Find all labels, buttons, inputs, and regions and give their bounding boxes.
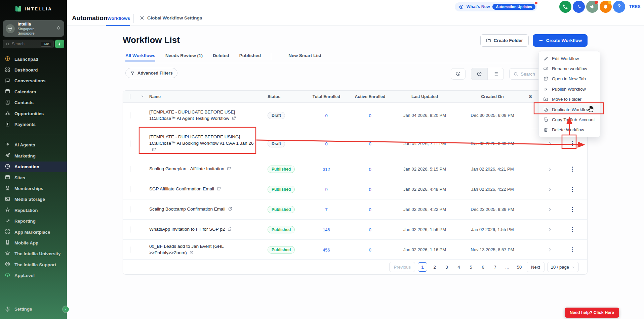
sidebar-item-the-intellia-university[interactable]: The Intellia University xyxy=(0,248,67,259)
menu-item-edit-workflow[interactable]: Edit Workflow xyxy=(539,53,600,63)
sidebar-item-settings[interactable]: Settings xyxy=(0,304,67,314)
row-expand-chevron[interactable] xyxy=(542,227,557,232)
workflow-name-cell[interactable]: Scaling Gameplan - Affiliate Invitation xyxy=(149,166,268,173)
page-number-5[interactable]: 5 xyxy=(466,262,476,272)
workflow-name-line[interactable]: 1CallClose™ AI Agent Testing Workflow xyxy=(149,115,268,122)
page-number-3[interactable]: 3 xyxy=(442,262,451,272)
sidebar-item-automation[interactable]: Automation xyxy=(0,162,67,172)
sidebar-item-marketing[interactable]: Marketing xyxy=(0,150,67,161)
page-number-4[interactable]: 4 xyxy=(454,262,464,272)
workflow-name-cell[interactable]: Scaling Bootcamp Confirmation Email xyxy=(149,206,268,213)
menu-item-move-to-folder[interactable]: Move to Folder xyxy=(539,94,600,104)
col-header-name[interactable]: Name xyxy=(149,94,268,99)
active-enrolled-value[interactable]: 0 xyxy=(369,247,371,253)
menu-item-rename-workflow[interactable]: Rename workflow xyxy=(539,63,600,74)
workflow-name-cell[interactable]: [TEMPLATE - DUPLICATE BEFORE USE]1CallCl… xyxy=(149,109,268,122)
select-all-checkbox[interactable] xyxy=(130,94,130,99)
workflow-name-line[interactable]: [TEMPLATE - DUPLICATE BEFORE USING] xyxy=(149,134,268,140)
workflow-name-cell[interactable]: 00_BF Leads add to Jan Event (GHL>>Pabbl… xyxy=(149,243,268,257)
total-enrolled-value[interactable]: 7 xyxy=(325,207,327,212)
sidebar-item-memberships[interactable]: Memberships xyxy=(0,183,67,194)
recent-view-toggle[interactable] xyxy=(471,68,487,80)
sidebar-item-app-marketplace[interactable]: App Marketplace xyxy=(0,227,67,237)
row-actions-kebab[interactable]: ⋮ xyxy=(557,140,587,147)
row-expand-chevron[interactable] xyxy=(542,141,557,146)
history-button[interactable] xyxy=(451,68,466,80)
row-expand-chevron[interactable] xyxy=(542,247,557,252)
row-actions-kebab[interactable]: ⋮ xyxy=(557,246,587,253)
workflow-name-line[interactable]: SGP Affiliate Confirmation Email xyxy=(149,186,268,193)
menu-item-delete-workflow[interactable]: Delete Workflow xyxy=(539,125,600,135)
open-workflow-icon[interactable] xyxy=(232,116,236,122)
create-folder-button[interactable]: Create Folder xyxy=(480,34,529,47)
next-page-button[interactable]: Next xyxy=(527,262,545,272)
total-enrolled-value[interactable]: 9 xyxy=(325,187,327,192)
row-checkbox[interactable] xyxy=(130,206,130,213)
open-workflow-icon[interactable] xyxy=(152,147,156,153)
user-label[interactable]: TRES xyxy=(629,4,641,9)
workflow-name-line[interactable]: >>Pabbly>>Zoom) xyxy=(149,249,268,257)
sidebar-item-calendars[interactable]: Calendars xyxy=(0,86,67,97)
sidebar-item-sites[interactable]: Sites xyxy=(0,172,67,183)
total-enrolled-value[interactable]: 312 xyxy=(323,167,330,172)
menu-item-copy-to-sub-account[interactable]: Copy To Sub-Account xyxy=(539,115,600,125)
workflow-name-line[interactable]: Scaling Bootcamp Confirmation Email xyxy=(149,206,268,213)
open-workflow-icon[interactable] xyxy=(227,227,232,233)
sidebar-item-ai-agents[interactable]: AI Agents xyxy=(0,140,67,150)
menu-item-open-in-new-tab[interactable]: Open in New Tab xyxy=(539,74,600,84)
tab-workflows[interactable]: Workflows xyxy=(107,16,130,21)
workflow-name-line[interactable]: WhatsApp Invitation to FT for SGP p2 xyxy=(149,226,268,233)
sidebar-item-payments[interactable]: Payments xyxy=(0,119,67,130)
menu-item-duplicate-workflow[interactable]: Duplicate Workflow xyxy=(539,104,600,115)
row-checkbox[interactable] xyxy=(130,246,130,253)
row-checkbox[interactable] xyxy=(130,166,130,172)
page-number-50[interactable]: 50 xyxy=(515,262,524,272)
ai-assistant-button[interactable] xyxy=(55,40,64,48)
row-checkbox[interactable] xyxy=(130,226,130,233)
open-workflow-icon[interactable] xyxy=(216,186,221,193)
expand-all-icon[interactable] xyxy=(140,94,149,99)
sidebar-collapse-button[interactable]: ‹ xyxy=(63,306,69,312)
account-switcher[interactable]: Intellia Singapore, Singapore xyxy=(3,20,64,37)
col-header-created-on[interactable]: Created On xyxy=(456,94,529,99)
workflow-name-cell[interactable]: [TEMPLATE - DUPLICATE BEFORE USING]1Call… xyxy=(149,134,268,153)
workflow-name-line[interactable]: [TEMPLATE - DUPLICATE BEFORE USE] xyxy=(149,109,268,115)
row-checkbox[interactable] xyxy=(130,112,130,119)
sidebar-item-mobile-app[interactable]: Mobile App xyxy=(0,237,67,248)
sidebar-item-applevel[interactable]: AppLevel xyxy=(0,270,67,281)
row-actions-kebab[interactable]: ⋮ xyxy=(557,186,587,193)
col-header-active-enrolled[interactable]: Active Enrolled xyxy=(347,94,394,99)
sparkles-button[interactable] xyxy=(573,1,585,13)
sidebar-item-dashboard[interactable]: Dashboard xyxy=(0,64,67,75)
sidebar-item-opportunities[interactable]: Opportunities xyxy=(0,108,67,119)
page-number-2[interactable]: 2 xyxy=(430,262,439,272)
sidebar-item-reporting[interactable]: Reporting xyxy=(0,216,67,226)
active-enrolled-value[interactable]: 0 xyxy=(369,141,371,146)
col-header-last-updated[interactable]: Last Updated xyxy=(394,94,456,99)
workflow-name-cell[interactable]: WhatsApp Invitation to FT for SGP p2 xyxy=(149,226,268,233)
bell-button[interactable] xyxy=(600,1,612,13)
sidebar-item-the-intellia-support[interactable]: The Intellia Support xyxy=(0,259,67,270)
page-number-7[interactable]: 7 xyxy=(490,262,500,272)
tab-published[interactable]: Published xyxy=(239,53,261,61)
create-workflow-button[interactable]: Create Workflow xyxy=(533,34,588,47)
row-expand-chevron[interactable] xyxy=(542,207,557,212)
menu-item-publish-workflow[interactable]: Publish Workflow xyxy=(539,84,600,94)
page-number-6[interactable]: 6 xyxy=(478,262,488,272)
need-help-button[interactable]: Need help? Click Here xyxy=(565,308,619,318)
open-workflow-icon[interactable] xyxy=(189,250,194,257)
row-actions-kebab[interactable]: ⋮ xyxy=(557,206,587,213)
sidebar-item-conversations[interactable]: Conversations xyxy=(0,76,67,86)
megaphone-button[interactable] xyxy=(586,1,598,13)
open-workflow-icon[interactable] xyxy=(228,207,232,213)
sidebar-item-reputation[interactable]: Reputation xyxy=(0,205,67,216)
previous-page-button[interactable]: Previous xyxy=(389,262,415,272)
whats-new-pill[interactable]: What's New Automation Updates xyxy=(455,2,537,11)
active-enrolled-value[interactable]: 0 xyxy=(369,167,371,172)
col-header-status[interactable]: Status xyxy=(268,94,306,99)
tab-global-workflow-settings[interactable]: Global Workflow Settings xyxy=(139,15,202,20)
page-number-1[interactable]: 1 xyxy=(418,262,427,272)
row-actions-kebab[interactable]: ⋮ xyxy=(557,226,587,233)
sidebar-search-input[interactable] xyxy=(12,42,37,46)
phone-button[interactable] xyxy=(559,1,571,13)
